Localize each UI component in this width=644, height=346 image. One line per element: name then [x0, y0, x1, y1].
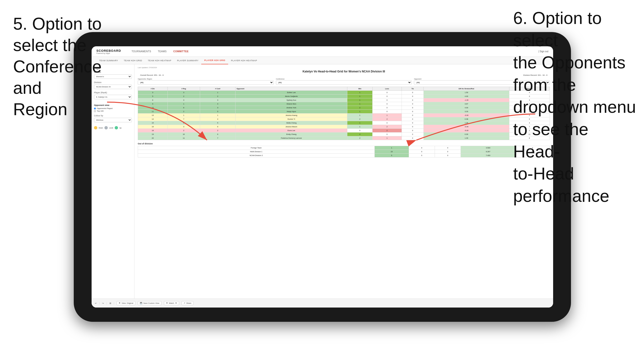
td-win: 1 — [347, 114, 372, 117]
td-conf: 6 — [200, 125, 235, 129]
table-row: 19 10 6 Emily Chang 4 0 0 0.30 11 — [138, 133, 550, 136]
td-reg: 7 — [168, 117, 200, 121]
td-div: 18 — [138, 129, 168, 133]
td-tie: 0 — [402, 102, 424, 106]
region-label: Opponents: Region — [138, 78, 274, 80]
td-conf: 2 — [200, 129, 235, 133]
out-table-row: Foreign Team 1 0 0 4.500 2 — [138, 146, 550, 150]
td-out-win: 1 — [374, 146, 409, 150]
td-opponent: Stella Cheng — [236, 121, 347, 125]
td-diff: -1.00 — [424, 98, 509, 102]
table-row: 9 1 4 Sharon Mun 1 0 0 3.67 3 — [138, 102, 550, 106]
td-tie: 0 — [402, 98, 424, 102]
td-tie: 0 — [402, 117, 424, 121]
tablet-screen: SCOREBOARD Powered by clippd TOURNAMENTS… — [92, 46, 553, 308]
out-table-row: NCAA Division 2 5 0 0 7.400 10 — [138, 154, 550, 158]
undo-icon[interactable]: ↩ — [95, 302, 97, 305]
table-row: 14 7 4 Eunice Yi 2 2 0 0.38 9 — [138, 117, 550, 121]
td-opponent: Jessica Huang — [236, 114, 347, 117]
td-opponent: Sharon Mun — [236, 102, 347, 106]
td-opponent: Emily Chang — [236, 133, 347, 136]
out-of-division-label: Out of division — [138, 143, 550, 145]
td-div: 3 — [138, 91, 168, 95]
down-dot — [94, 126, 97, 129]
td-loss: 2 — [372, 117, 402, 121]
td-loss: 0 — [372, 98, 402, 102]
nav-tournaments[interactable]: TOURNAMENTS — [128, 46, 155, 57]
save-custom-btn[interactable]: 💾 Save Custom View — [138, 301, 161, 305]
td-out-label: NAIA Division 1 — [138, 150, 375, 154]
td-out-loss: 0 — [409, 154, 435, 158]
td-opponent: Euna Lee — [236, 129, 347, 133]
nav-committee[interactable]: COMMITTEE — [170, 46, 192, 57]
region-select[interactable]: (All) — [138, 80, 274, 85]
td-tie: 0 — [402, 129, 424, 133]
subnav-player-summary[interactable]: PLAYER SUMMARY — [174, 57, 201, 64]
table-row: 6 3 3 Sydney Kuo 1 0 0 -1.00 3 — [138, 98, 550, 102]
table-row: 15 8 5 Stella Cheng 1 0 0 1.25 4 — [138, 121, 550, 125]
td-diff: 4.00 — [424, 95, 509, 98]
conference-filter-label: Conference — [276, 78, 412, 80]
td-conf: 3 — [200, 106, 235, 110]
td-diff: 0.38 — [424, 117, 509, 121]
td-win: 2 — [347, 136, 372, 140]
td-diff: 1.50 — [424, 91, 509, 95]
td-div: 15 — [138, 121, 168, 125]
td-out-diff: 4.500 — [460, 146, 515, 150]
annotation-right: 6. Option to select the Opponents from t… — [513, 7, 637, 207]
td-loss: 0 — [372, 133, 402, 136]
td-loss: 0 — [372, 121, 402, 125]
toolbar: ↩ | ↪ | ⊞ | 👁 View: Original 💾 Save Cust… — [92, 299, 553, 308]
td-win: 2 — [347, 106, 372, 110]
td-reg: 2 — [168, 95, 200, 98]
td-diff: -3.00 — [424, 114, 509, 117]
td-reg: 1 — [168, 114, 200, 117]
color-legend: Down Level Up — [94, 126, 132, 129]
td-diff: 1.25 — [424, 121, 509, 125]
td-diff: 0.30 — [424, 133, 509, 136]
nav-teams[interactable]: TEAMS — [154, 46, 170, 57]
td-loss: 2 — [372, 125, 402, 129]
td-out-label: NCAA Division 2 — [138, 154, 375, 158]
eye-icon: 👁 — [119, 302, 120, 304]
td-tie: 0 — [402, 106, 424, 110]
view-original-btn[interactable]: 👁 View: Original — [116, 301, 135, 305]
share-btn[interactable]: ↗ Share — [182, 301, 194, 305]
td-win: 1 — [347, 95, 372, 98]
watch-btn[interactable]: 👁 Watch ▼ — [164, 301, 179, 305]
td-div: 9 — [138, 102, 168, 106]
td-div: 10 — [138, 106, 168, 110]
td-tie: 0 — [402, 125, 424, 129]
content-area: Last Updated: 27/03/2024 Katelyn Vo Head… — [134, 64, 553, 299]
td-loss: 1 — [372, 136, 402, 140]
td-out-label: Foreign Team — [138, 146, 375, 150]
td-win: 1 — [347, 102, 372, 106]
overall-record: Overall Record: 353 - 34 - 6 — [140, 74, 164, 76]
td-diff: 4.00 — [424, 106, 509, 110]
td-loss: 0 — [372, 110, 402, 114]
level-label: Level — [109, 127, 113, 129]
table-row: 16 3 6 Jessica Mason 1 2 0 -0.94 7 — [138, 125, 550, 129]
td-win: 1 — [347, 121, 372, 125]
td-conf: 5 — [200, 110, 235, 114]
td-conf: 1 — [200, 91, 235, 95]
td-div: 6 — [138, 98, 168, 102]
td-out-loss: 0 — [409, 146, 435, 150]
conference-select[interactable]: (All) — [276, 80, 412, 85]
app-header: SCOREBOARD Powered by clippd TOURNAMENTS… — [92, 46, 553, 57]
share-icon: ↗ — [184, 302, 185, 304]
subnav-team-h2h-heatmap[interactable]: TEAM H2H HEATMAP — [145, 57, 174, 64]
level-dot — [104, 126, 108, 129]
td-loss: 0 — [372, 106, 402, 110]
th-opponent: Opponent — [236, 87, 347, 91]
redo-icon[interactable]: ↪ — [102, 302, 104, 305]
th-win: Win — [347, 87, 372, 91]
copy-icon[interactable]: ⊞ — [110, 302, 111, 305]
subnav-player-h2h-grid[interactable]: PLAYER H2H GRID — [201, 57, 228, 64]
td-diff: 3.33 — [424, 110, 509, 114]
td-conf: 7 — [200, 136, 235, 140]
td-out-win: 5 — [374, 154, 409, 158]
subnav-player-h2h-heatmap[interactable]: PLAYER H2H HEATMAP — [228, 57, 260, 64]
td-div: 5 — [138, 95, 168, 98]
tablet-frame: SCOREBOARD Powered by clippd TOURNAMENTS… — [74, 32, 571, 322]
